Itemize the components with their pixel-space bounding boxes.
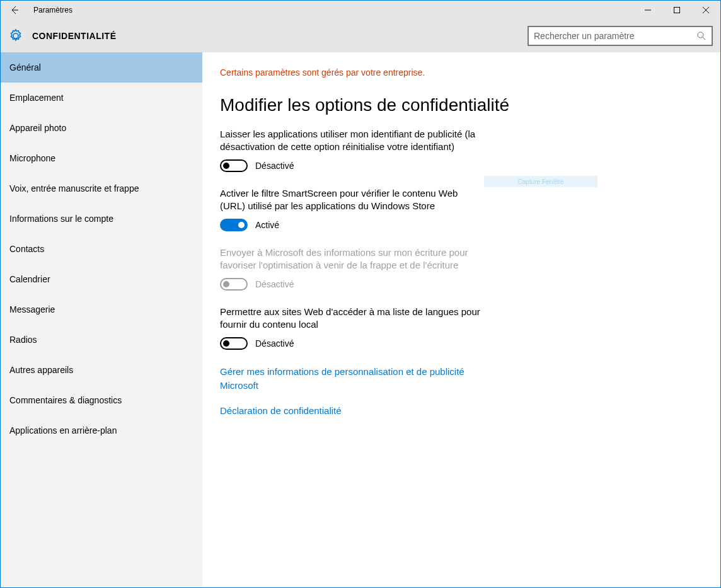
header: CONFIDENTIALITÉ bbox=[1, 20, 720, 52]
body: Général Emplacement Appareil photo Micro… bbox=[1, 52, 720, 587]
setting-website-languages: Permettre aux sites Web d'accéder à ma l… bbox=[220, 306, 485, 350]
sidebar-item-label: Général bbox=[9, 62, 41, 72]
sidebar-item-label: Voix, entrée manuscrite et frappe bbox=[9, 183, 139, 193]
sidebar-item-calendar[interactable]: Calendrier bbox=[1, 264, 202, 294]
sidebar-item-label: Calendrier bbox=[9, 274, 50, 284]
sidebar-item-account-info[interactable]: Informations sur le compte bbox=[1, 204, 202, 234]
toggle-row: Désactivé bbox=[220, 159, 485, 172]
back-button[interactable] bbox=[1, 1, 28, 20]
enterprise-notice: Certains paramètres sont gérés par votre… bbox=[220, 67, 720, 78]
toggle-state-label: Activé bbox=[255, 220, 279, 230]
sidebar-item-label: Messagerie bbox=[9, 304, 55, 314]
sidebar-item-label: Autres appareils bbox=[9, 365, 73, 375]
toggle-knob bbox=[238, 222, 245, 228]
toggle-row: Désactivé bbox=[220, 337, 485, 350]
toggle-knob bbox=[223, 163, 229, 169]
svg-point-1 bbox=[698, 32, 703, 38]
setting-smartscreen: Activer le filtre SmartScreen pour vérif… bbox=[220, 187, 485, 231]
toggle-state-label: Désactivé bbox=[255, 279, 294, 289]
svg-rect-0 bbox=[674, 8, 680, 13]
setting-description: Activer le filtre SmartScreen pour vérif… bbox=[220, 187, 485, 212]
maximize-button[interactable] bbox=[662, 1, 691, 20]
sidebar-item-contacts[interactable]: Contacts bbox=[1, 234, 202, 264]
toggle-knob bbox=[223, 281, 229, 287]
search-box[interactable] bbox=[528, 26, 713, 46]
sidebar-item-location[interactable]: Emplacement bbox=[1, 83, 202, 113]
close-button[interactable] bbox=[691, 1, 720, 20]
sidebar-item-speech-ink-typing[interactable]: Voix, entrée manuscrite et frappe bbox=[1, 173, 202, 204]
toggle-row: Activé bbox=[220, 219, 485, 231]
toggle-knob bbox=[223, 340, 229, 347]
sidebar-item-general[interactable]: Général bbox=[1, 52, 202, 83]
toggle-state-label: Désactivé bbox=[255, 161, 294, 171]
link-manage-ad-info[interactable]: Gérer mes informations de personnalisati… bbox=[220, 365, 485, 393]
close-icon bbox=[703, 7, 709, 13]
sidebar-item-label: Commentaires & diagnostics bbox=[9, 395, 122, 405]
toggle-switch bbox=[220, 278, 248, 291]
maximize-icon bbox=[674, 7, 680, 13]
setting-description: Permettre aux sites Web d'accéder à ma l… bbox=[220, 306, 485, 331]
search-icon bbox=[696, 31, 707, 41]
sidebar-item-label: Contacts bbox=[9, 244, 44, 254]
window-title: Paramètres bbox=[28, 6, 72, 14]
sidebar-item-label: Radios bbox=[9, 335, 37, 345]
sidebar-item-microphone[interactable]: Microphone bbox=[1, 143, 202, 173]
sidebar: Général Emplacement Appareil photo Micro… bbox=[1, 52, 202, 587]
toggle-switch[interactable] bbox=[220, 219, 248, 231]
setting-description: Envoyer à Microsoft des informations sur… bbox=[220, 246, 485, 272]
sidebar-item-label: Appareil photo bbox=[9, 123, 66, 133]
back-arrow-icon bbox=[9, 5, 20, 15]
sidebar-item-feedback-diagnostics[interactable]: Commentaires & diagnostics bbox=[1, 385, 202, 415]
sidebar-item-other-devices[interactable]: Autres appareils bbox=[1, 355, 202, 385]
sidebar-item-label: Emplacement bbox=[9, 93, 64, 103]
sidebar-item-label: Microphone bbox=[9, 153, 55, 163]
sidebar-item-background-apps[interactable]: Applications en arrière-plan bbox=[1, 415, 202, 446]
content-pane: Certains paramètres sont gérés par votre… bbox=[202, 52, 720, 587]
setting-send-typing-info: Envoyer à Microsoft des informations sur… bbox=[220, 246, 485, 291]
window-controls bbox=[633, 1, 720, 20]
sidebar-item-messaging[interactable]: Messagerie bbox=[1, 294, 202, 325]
title-bar: Paramètres bbox=[1, 1, 720, 20]
sidebar-item-label: Applications en arrière-plan bbox=[9, 425, 117, 435]
search-input[interactable] bbox=[534, 31, 696, 41]
page-title: CONFIDENTIALITÉ bbox=[32, 31, 117, 41]
minimize-icon bbox=[645, 7, 651, 13]
gear-icon bbox=[8, 28, 23, 43]
sidebar-item-camera[interactable]: Appareil photo bbox=[1, 113, 202, 143]
toggle-switch[interactable] bbox=[220, 159, 248, 172]
setting-description: Laisser les applications utiliser mon id… bbox=[220, 128, 485, 153]
capture-tooltip: Capture Fenêtre bbox=[484, 176, 597, 187]
toggle-switch[interactable] bbox=[220, 337, 248, 350]
toggle-state-label: Désactivé bbox=[255, 338, 294, 349]
link-privacy-statement[interactable]: Déclaration de confidentialité bbox=[220, 404, 485, 418]
content-heading: Modifier les options de confidentialité bbox=[220, 95, 720, 115]
setting-advertising-id: Laisser les applications utiliser mon id… bbox=[220, 128, 485, 172]
minimize-button[interactable] bbox=[633, 1, 662, 20]
sidebar-item-label: Informations sur le compte bbox=[9, 214, 113, 224]
toggle-row: Désactivé bbox=[220, 278, 485, 291]
header-left: CONFIDENTIALITÉ bbox=[8, 28, 117, 43]
title-bar-left: Paramètres bbox=[1, 1, 72, 20]
sidebar-item-radios[interactable]: Radios bbox=[1, 325, 202, 355]
